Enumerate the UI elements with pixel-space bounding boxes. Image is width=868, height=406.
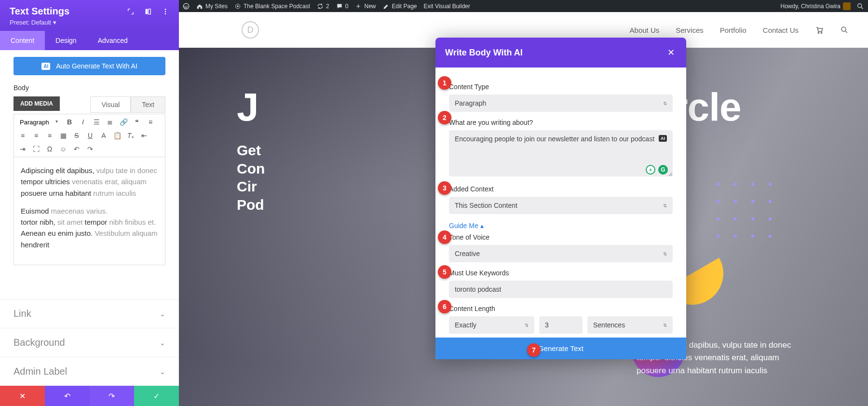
tab-advanced[interactable]: Advanced — [87, 31, 138, 50]
close-icon[interactable]: ✕ — [665, 45, 677, 60]
italic-icon[interactable]: I — [78, 117, 88, 127]
editor-tab-text[interactable]: Text — [131, 96, 165, 113]
tone-label: Tone of Voice — [449, 233, 673, 241]
chevron-down-icon: ⌄ — [160, 368, 165, 376]
nav-about[interactable]: About Us — [630, 26, 660, 34]
align-justify-icon[interactable]: ≡ — [45, 131, 54, 140]
nav-portfolio[interactable]: Portfolio — [720, 26, 746, 34]
guide-me-link[interactable]: Guide Me ▴ — [449, 222, 484, 230]
suggest-icon[interactable]: + — [646, 165, 655, 175]
ai-modal-title: Write Body With AI — [445, 48, 665, 58]
strike-icon[interactable]: S — [72, 131, 81, 140]
svg-point-11 — [841, 27, 846, 31]
tab-design[interactable]: Design — [45, 31, 87, 50]
redo-icon[interactable]: ↷ — [85, 144, 95, 154]
svg-point-6 — [165, 9, 166, 10]
background-accordion[interactable]: Background⌄ — [0, 328, 179, 357]
clear-format-icon[interactable]: Tₓ — [126, 131, 136, 140]
editor-toolbar: Paragraph B I ☰ ≣ 🔗 ❝ ≡ ≡ ≡ ≡ ▦ S U A 📋 … — [14, 114, 165, 157]
length-mode-select[interactable]: Exactly — [449, 316, 534, 334]
bold-icon[interactable]: B — [65, 117, 74, 127]
wp-admin-bar: My Sites The Blank Space Podcast 2 0 New… — [179, 0, 868, 12]
sidebar-header: Text Settings Preset: Default ▾ — [0, 0, 179, 31]
redo-button[interactable]: ↷ — [90, 386, 135, 406]
svg-point-7 — [165, 11, 166, 12]
svg-rect-4 — [146, 9, 148, 14]
nav-contact[interactable]: Contact Us — [763, 26, 799, 34]
quote-icon[interactable]: ❝ — [132, 117, 142, 127]
howdy-user[interactable]: Howdy, Christina Gwira — [781, 2, 851, 10]
search-icon[interactable] — [840, 26, 849, 34]
site-logo[interactable]: D — [242, 21, 259, 39]
omega-icon[interactable]: Ω — [45, 144, 54, 154]
tab-content[interactable]: Content — [0, 31, 45, 50]
ai-badge-icon: AI — [41, 63, 50, 70]
text-color-icon[interactable]: A — [99, 131, 108, 140]
wp-logo-icon[interactable] — [183, 3, 190, 10]
layout-icon[interactable] — [144, 8, 152, 15]
indent-right-icon[interactable]: ⇥ — [18, 144, 27, 154]
ai-badge-icon: AI — [659, 135, 667, 142]
step-badge-2: 2 — [438, 111, 451, 124]
paste-icon[interactable]: 📋 — [112, 131, 122, 140]
site-name-link[interactable]: The Blank Space Podcast — [234, 3, 310, 10]
emoji-icon[interactable]: ☺ — [58, 144, 68, 154]
undo-icon[interactable]: ↶ — [72, 144, 81, 154]
wp-search-icon[interactable] — [856, 2, 864, 10]
length-label: Content Length — [449, 305, 673, 312]
editor-tab-visual[interactable]: Visual — [90, 96, 131, 113]
nav-services[interactable]: Services — [676, 26, 704, 34]
edit-page-link[interactable]: Edit Page — [383, 3, 417, 10]
number-list-icon[interactable]: ≣ — [105, 117, 115, 127]
paragraph-select[interactable]: Paragraph — [18, 118, 61, 127]
step-badge-6: 6 — [438, 300, 451, 313]
link-accordion[interactable]: Link⌄ — [0, 299, 179, 328]
updates-link[interactable]: 2 — [317, 3, 329, 10]
content-type-label: Content Type — [449, 83, 673, 91]
fullscreen-icon[interactable]: ⛶ — [31, 144, 41, 154]
add-media-button[interactable]: ADD MEDIA — [14, 96, 60, 111]
tone-select[interactable]: Creative — [449, 245, 673, 262]
auto-generate-ai-button[interactable]: AI Auto Generate Text With AI — [14, 57, 165, 75]
dot-grid-decoration — [717, 183, 786, 252]
underline-icon[interactable]: U — [85, 131, 95, 140]
step-badge-7: 7 — [527, 343, 541, 357]
keywords-label: Must Use Keywords — [449, 269, 673, 277]
added-context-label: Added Context — [449, 185, 673, 193]
align-left-icon[interactable]: ≡ — [146, 117, 155, 127]
svg-point-10 — [821, 32, 822, 33]
grammarly-icon[interactable]: G — [658, 165, 668, 175]
exit-builder-link[interactable]: Exit Visual Builder — [424, 3, 471, 10]
content-type-select[interactable]: Paragraph — [449, 95, 673, 112]
chevron-down-icon: ⌄ — [160, 310, 165, 318]
writing-about-textarea[interactable] — [449, 130, 673, 176]
preset-selector[interactable]: Preset: Default ▾ — [10, 19, 169, 26]
save-button[interactable]: ✓ — [134, 386, 179, 406]
sidebar-tabs: Content Design Advanced — [0, 31, 179, 50]
added-context-select[interactable]: This Section Content — [449, 197, 673, 214]
new-link[interactable]: New — [355, 3, 376, 10]
admin-label-accordion[interactable]: Admin Label⌄ — [0, 357, 179, 386]
align-right-icon[interactable]: ≡ — [31, 131, 41, 140]
undo-button[interactable]: ↶ — [45, 386, 90, 406]
indent-left-icon[interactable]: ⇤ — [139, 131, 149, 140]
editor-content[interactable]: Adipiscing elit dapibus, vulpu tate in d… — [14, 157, 165, 265]
table-icon[interactable]: ▦ — [58, 131, 68, 140]
keywords-input[interactable] — [449, 281, 673, 298]
align-center-icon[interactable]: ≡ — [18, 131, 27, 140]
my-sites-link[interactable]: My Sites — [196, 3, 228, 10]
expand-icon[interactable] — [127, 8, 135, 15]
bullet-list-icon[interactable]: ☰ — [92, 117, 101, 127]
sidebar-footer: ✕ ↶ ↷ ✓ — [0, 386, 179, 406]
cancel-button[interactable]: ✕ — [0, 386, 45, 406]
length-unit-select[interactable]: Sentences — [587, 316, 673, 334]
link-icon[interactable]: 🔗 — [119, 117, 128, 127]
step-badge-4: 4 — [438, 230, 451, 244]
length-number-input[interactable] — [539, 316, 583, 334]
write-body-ai-modal: Write Body With AI ✕ Content Type Paragr… — [435, 38, 686, 359]
cart-icon[interactable] — [815, 26, 824, 34]
generate-text-button[interactable]: Generate Text — [435, 338, 686, 359]
settings-sidebar: Text Settings Preset: Default ▾ Content … — [0, 0, 179, 406]
comments-link[interactable]: 0 — [336, 3, 349, 10]
more-icon[interactable] — [162, 8, 169, 15]
